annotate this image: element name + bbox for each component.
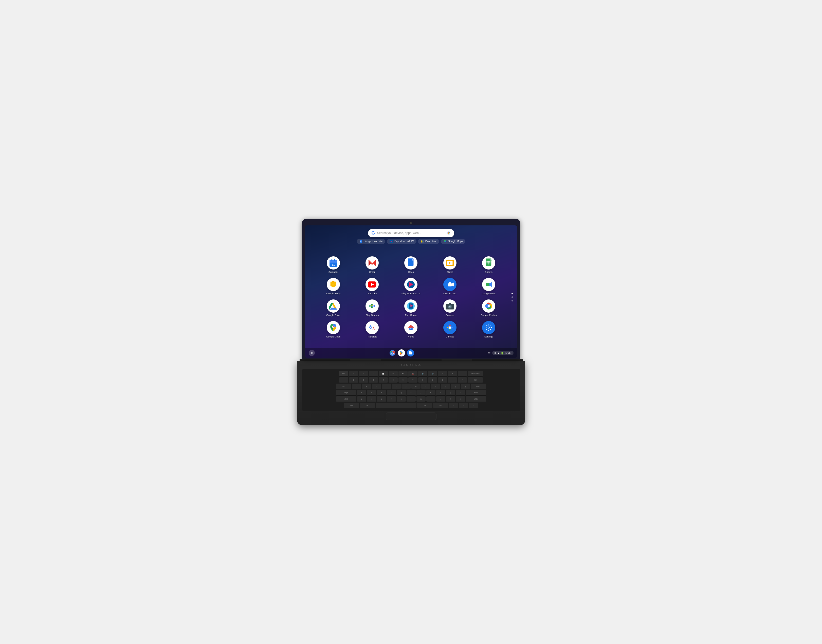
page-dot-1[interactable]	[511, 293, 513, 294]
key-t[interactable]: t	[392, 383, 401, 389]
taskbar-files[interactable]	[407, 350, 414, 356]
key-9[interactable]: 9	[428, 377, 437, 383]
key-rctrl[interactable]: ctrl	[433, 403, 449, 408]
taskbar-chrome[interactable]	[389, 350, 396, 356]
key-period[interactable]: .	[436, 396, 445, 402]
key-slash[interactable]: /	[446, 396, 455, 402]
key-quote[interactable]: '	[456, 390, 465, 396]
app-drive[interactable]: Google Drive	[315, 299, 352, 316]
key-x[interactable]: x	[367, 396, 376, 402]
key-lalt[interactable]: alt	[360, 403, 375, 408]
key-f8[interactable]: 🔉	[418, 371, 427, 377]
key-esc[interactable]: esc	[339, 371, 348, 377]
key-f11[interactable]: +	[448, 371, 457, 377]
key-m[interactable]: m	[416, 396, 426, 402]
app-playmovies[interactable]: Play Movies & TV	[393, 278, 429, 295]
quick-link-playstore[interactable]: Play Store	[418, 239, 439, 244]
key-w[interactable]: w	[362, 383, 371, 389]
key-f[interactable]: f	[387, 390, 396, 396]
key-comma[interactable]: ,	[426, 396, 435, 402]
key-g[interactable]: g	[397, 390, 406, 396]
app-maps[interactable]: Google Maps	[315, 321, 352, 338]
keyboard[interactable]: esc ← → ↻ ⬜ ☀ ☀+ 🔇 🔉 🔊 ⏎ + - backspace ~…	[302, 369, 520, 411]
key-equals[interactable]: =	[458, 377, 467, 383]
key-f10[interactable]: ⏎	[438, 371, 447, 377]
app-sheets[interactable]: Sheets	[470, 256, 507, 273]
key-f12[interactable]: -	[458, 371, 467, 377]
key-n[interactable]: n	[407, 396, 416, 402]
key-f1[interactable]: ←	[349, 371, 358, 377]
key-a[interactable]: a	[357, 390, 366, 396]
key-4[interactable]: 4	[379, 377, 388, 383]
key-backspace2[interactable]: ⌫	[468, 377, 483, 383]
app-slides[interactable]: Slides	[432, 256, 468, 273]
key-caps[interactable]: caps	[336, 390, 357, 396]
key-space[interactable]	[376, 403, 416, 408]
key-7[interactable]: 7	[408, 377, 418, 383]
key-8[interactable]: 8	[418, 377, 427, 383]
key-f3[interactable]: ↻	[369, 371, 378, 377]
key-i[interactable]: i	[421, 383, 430, 389]
key-lctrl[interactable]: ctrl	[344, 403, 359, 408]
app-meet[interactable]: Google Meet	[470, 278, 507, 295]
key-semicolon[interactable]: ;	[446, 390, 455, 396]
app-gmail[interactable]: Gmail	[354, 256, 390, 273]
quick-link-calendar[interactable]: 31 Google Calendar	[357, 239, 386, 244]
key-0[interactable]: 0	[438, 377, 447, 383]
key-1[interactable]: 1	[349, 377, 358, 383]
key-e[interactable]: e	[372, 383, 381, 389]
app-duo[interactable]: Google Duo	[432, 278, 468, 295]
key-3[interactable]: 3	[369, 377, 378, 383]
key-f5[interactable]: ☀	[389, 371, 398, 377]
key-enter[interactable]: enter	[471, 383, 486, 389]
app-playbooks[interactable]: Play Books	[393, 299, 429, 316]
key-p[interactable]: p	[441, 383, 450, 389]
key-r[interactable]: r	[382, 383, 391, 389]
key-enter2[interactable]: enter	[466, 390, 486, 396]
key-up[interactable]: ↑	[456, 396, 465, 402]
key-f4[interactable]: ⬜	[379, 371, 388, 377]
key-tab[interactable]: tab	[336, 383, 351, 389]
key-left[interactable]: ←	[449, 403, 458, 408]
key-o[interactable]: o	[431, 383, 440, 389]
key-q[interactable]: q	[352, 383, 361, 389]
key-2[interactable]: 2	[359, 377, 368, 383]
key-rbracket[interactable]: ]	[461, 383, 470, 389]
app-calendar[interactable]: 31 Calendar	[315, 256, 352, 273]
key-k[interactable]: k	[426, 390, 435, 396]
app-keep[interactable]: Google Keep	[315, 278, 352, 295]
quick-link-maps[interactable]: Google Maps	[441, 239, 465, 244]
key-v[interactable]: v	[387, 396, 396, 402]
key-f9[interactable]: 🔊	[428, 371, 437, 377]
key-b[interactable]: b	[397, 396, 406, 402]
taskbar-playstore[interactable]	[398, 350, 405, 356]
key-f7[interactable]: 🔇	[408, 371, 418, 377]
app-translate[interactable]: A Translate	[354, 321, 390, 338]
page-dot-2[interactable]	[511, 296, 513, 298]
key-s[interactable]: s	[367, 390, 376, 396]
key-backtick[interactable]: ~	[339, 377, 348, 383]
app-canvas[interactable]: Canvas	[432, 321, 468, 338]
key-backspace[interactable]: backspace	[468, 371, 483, 377]
app-playgames[interactable]: Play Games	[354, 299, 390, 316]
app-camera[interactable]: Camera	[432, 299, 468, 316]
page-dot-3[interactable]	[511, 300, 513, 302]
key-j[interactable]: j	[416, 390, 426, 396]
key-d[interactable]: d	[377, 390, 386, 396]
key-down[interactable]: ↓	[459, 403, 468, 408]
launcher-button[interactable]	[309, 350, 315, 356]
edit-icon[interactable]: ✏	[488, 351, 491, 355]
app-youtube[interactable]: YouTube	[354, 278, 390, 295]
key-l[interactable]: l	[436, 390, 445, 396]
quick-link-playmovies[interactable]: Play Movies & TV	[387, 239, 416, 244]
app-home[interactable]: Home	[393, 321, 429, 338]
key-5[interactable]: 5	[389, 377, 398, 383]
app-docs[interactable]: Docs	[393, 256, 429, 273]
key-y[interactable]: y	[401, 383, 410, 389]
status-bar[interactable]: ② ▲ 🔋 12:30	[492, 351, 513, 355]
key-rshift[interactable]: shift	[466, 396, 486, 402]
key-z[interactable]: z	[357, 396, 366, 402]
key-f2[interactable]: →	[359, 371, 368, 377]
key-lbracket[interactable]: [	[451, 383, 460, 389]
key-lshift[interactable]: shift	[336, 396, 357, 402]
